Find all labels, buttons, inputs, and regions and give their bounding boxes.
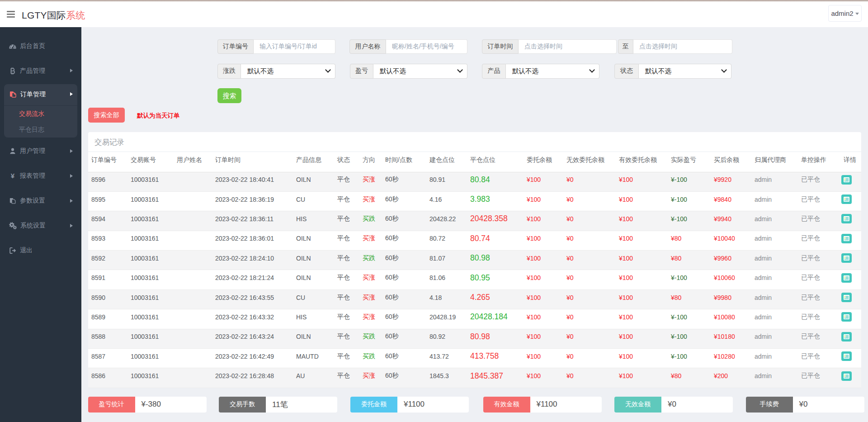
svg-text:¥: ¥: [11, 172, 15, 180]
